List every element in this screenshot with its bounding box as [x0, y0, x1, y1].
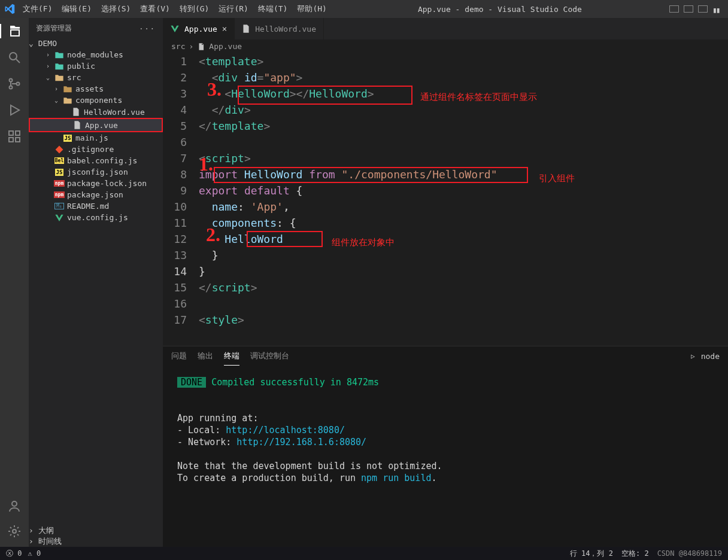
indentation[interactable]: 空格: 2	[621, 549, 649, 559]
breadcrumb[interactable]: src › App.vue	[163, 39, 728, 53]
layout-controls[interactable]: ▮▮	[669, 5, 722, 13]
panel-tab[interactable]: 问题	[171, 347, 187, 365]
js-icon: JS	[54, 169, 65, 176]
warnings-count[interactable]: ⚠ 0	[28, 549, 41, 558]
menu-item[interactable]: 文件(F)	[19, 1, 56, 17]
svg-rect-7	[9, 138, 13, 142]
settings-gear-icon[interactable]	[0, 524, 29, 538]
more-icon[interactable]: ···	[139, 25, 156, 33]
code-line[interactable]: 1<template>	[163, 53, 728, 69]
terminal-output[interactable]: DONE Compiled successfully in 8472ms App…	[163, 366, 728, 547]
svg-point-0	[10, 53, 17, 60]
watermark: CSDN @848698119	[657, 549, 722, 558]
code-line[interactable]: 13 }	[163, 247, 728, 263]
code-line[interactable]: 14}	[163, 263, 728, 279]
tree-item-label: package.json	[67, 190, 123, 199]
tab-label: HelloWord.vue	[255, 25, 316, 34]
line-number: 6	[163, 134, 199, 150]
tree-item[interactable]: JSmain.js	[29, 132, 163, 144]
code-line[interactable]: 16	[163, 296, 728, 312]
panel-tab[interactable]: 输出	[198, 347, 213, 365]
line-number: 10	[163, 199, 199, 215]
svg-rect-5	[9, 131, 13, 135]
line-number: 13	[163, 247, 199, 263]
title-bar: 文件(F)编辑(E)选择(S)查看(V)转到(G)运行(R)终端(T)帮助(H)…	[0, 0, 728, 18]
code-line[interactable]: 12 HelloWord	[163, 231, 728, 247]
menu-item[interactable]: 查看(V)	[136, 1, 173, 17]
outline-section[interactable]: › 大纲	[29, 525, 163, 536]
line-number: 16	[163, 296, 199, 312]
line-number: 15	[163, 279, 199, 296]
tree-item[interactable]: ›public	[29, 60, 163, 72]
tree-item[interactable]: ›node_modules	[29, 49, 163, 60]
menu-item[interactable]: 转到(G)	[176, 1, 213, 17]
status-bar: ⓧ 0 ⚠ 0 行 14，列 2 空格: 2 CSDN @848698119	[0, 547, 728, 560]
file-icon	[242, 24, 250, 34]
tree-item-label: public	[67, 62, 95, 71]
panel-bottom-icon	[684, 5, 693, 13]
code-line[interactable]: 10 name: 'App',	[163, 199, 728, 215]
terminal-launch-icon[interactable]: ▷	[691, 352, 695, 360]
tree-item[interactable]: M↓README.md	[29, 200, 163, 212]
folder-icon	[54, 74, 65, 82]
menu-item[interactable]: 运行(R)	[215, 1, 251, 17]
code-line[interactable]: 9export default {	[163, 182, 728, 199]
tree-item[interactable]: Belbabel.config.js	[29, 155, 163, 166]
menu-item[interactable]: 帮助(H)	[293, 1, 330, 17]
code-line[interactable]: 2 <div id="app">	[163, 69, 728, 86]
tree-item[interactable]: .gitignore	[29, 144, 163, 155]
timeline-section[interactable]: › 时间线	[29, 536, 163, 547]
tree-item[interactable]: JSjsconfig.json	[29, 166, 163, 178]
code-line[interactable]: 5</template>	[163, 118, 728, 134]
tree-item-label: package-lock.json	[67, 179, 147, 188]
cursor-position[interactable]: 行 14，列 2	[570, 549, 613, 559]
tree-item[interactable]: vue.config.js	[29, 212, 163, 223]
vscode-logo-icon	[0, 4, 19, 14]
code-line[interactable]: 3 <HelloWord></HelloWord>	[163, 86, 728, 102]
code-line[interactable]: 7<script>	[163, 150, 728, 166]
folder-icon	[62, 85, 73, 93]
extensions-icon[interactable]	[0, 129, 29, 144]
terminal-profile-label[interactable]: node	[701, 352, 720, 361]
tree-item[interactable]: App.vue	[29, 118, 163, 132]
menu-item[interactable]: 选择(S)	[98, 1, 134, 17]
panel-tab[interactable]: 调试控制台	[250, 347, 289, 365]
accounts-icon[interactable]	[0, 499, 29, 513]
tree-item-label: assets	[75, 84, 104, 93]
close-icon[interactable]: ×	[222, 24, 227, 34]
code-line[interactable]: 6	[163, 134, 728, 150]
code-line[interactable]: 17<style>	[163, 312, 728, 328]
project-section[interactable]: ⌄ DEMO	[29, 39, 163, 48]
code-line[interactable]: 8import HelloWord from "./components/Hel…	[163, 166, 728, 182]
menu-item[interactable]: 编辑(E)	[58, 1, 95, 17]
code-line[interactable]: 15</script>	[163, 279, 728, 296]
editor-tab[interactable]: App.vue×	[163, 18, 235, 39]
line-number: 8	[163, 166, 199, 182]
menu-item[interactable]: 终端(T)	[254, 1, 291, 17]
tree-item[interactable]: npmpackage-lock.json	[29, 178, 163, 189]
code-line[interactable]: 11 components: {	[163, 215, 728, 231]
chevron-right-icon: ›	[29, 537, 34, 546]
source-control-icon[interactable]	[0, 77, 29, 91]
line-number: 2	[163, 69, 199, 86]
chevron-down-icon: ⌄	[29, 39, 34, 48]
explorer-icon[interactable]	[0, 24, 29, 38]
editor-tab[interactable]: HelloWord.vue	[235, 18, 324, 39]
tree-item[interactable]: HelloWord.vue	[29, 106, 163, 118]
tree-item-label: .gitignore	[67, 145, 114, 154]
customize-layout-icon: ▮▮	[712, 5, 722, 13]
menu-bar: 文件(F)编辑(E)选择(S)查看(V)转到(G)运行(R)终端(T)帮助(H)	[19, 1, 330, 17]
run-debug-icon[interactable]	[0, 103, 29, 117]
tree-item[interactable]: ›assets	[29, 83, 163, 95]
file-icon	[72, 120, 83, 130]
errors-count[interactable]: ⓧ 0	[6, 549, 22, 559]
tree-item[interactable]: ⌄components	[29, 95, 163, 106]
panel-tab[interactable]: 终端	[224, 347, 239, 366]
tree-item[interactable]: npmpackage.json	[29, 189, 163, 200]
code-line[interactable]: 4 </div>	[163, 102, 728, 118]
line-number: 3	[163, 86, 199, 102]
tree-item-label: babel.config.js	[67, 156, 137, 165]
search-icon[interactable]	[0, 50, 29, 65]
code-editor[interactable]: 1<template>2 <div id="app">3 <HelloWord>…	[163, 53, 728, 346]
tree-item[interactable]: ⌄src	[29, 72, 163, 83]
